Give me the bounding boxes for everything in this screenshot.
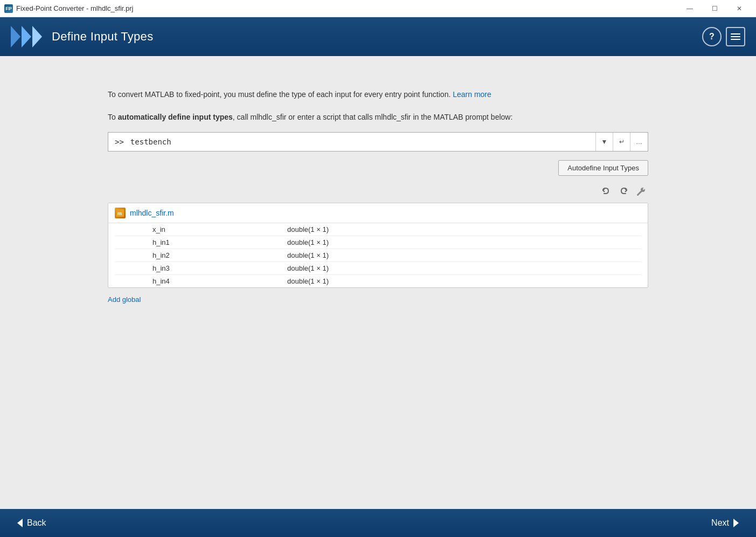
- menu-line-1: [731, 33, 740, 35]
- window-title: Fixed-Point Converter - mlhdlc_sfir.prj: [16, 4, 133, 12]
- title-bar-controls: — ☐ ✕: [677, 0, 752, 17]
- function-filename: mlhdlc_sfir.m: [130, 209, 174, 217]
- table-row: x_in double(1 × 1): [115, 223, 641, 236]
- param-type: double(1 × 1): [287, 277, 329, 285]
- menu-line-2: [731, 36, 740, 37]
- param-name: h_in2: [147, 251, 287, 259]
- desc2-prefix: To: [108, 113, 118, 121]
- table-row: h_in2 double(1 × 1): [115, 249, 641, 262]
- desc2-suffix: , call mlhdlc_sfir or enter a script tha…: [233, 113, 512, 121]
- description-paragraph-2: To automatically define input types, cal…: [108, 111, 648, 123]
- back-arrow-icon: [17, 519, 23, 527]
- minimize-button[interactable]: —: [677, 0, 702, 17]
- menu-line-3: [731, 39, 740, 40]
- undo-button[interactable]: [599, 184, 614, 199]
- next-arrow-icon: [733, 519, 739, 527]
- prompt-browse-button[interactable]: …: [630, 133, 648, 151]
- help-button[interactable]: ?: [702, 27, 722, 46]
- page-title: Define Input Types: [52, 30, 153, 44]
- title-bar: FP Fixed-Point Converter - mlhdlc_sfir.p…: [0, 0, 756, 17]
- bottom-nav: Back Next: [0, 509, 756, 537]
- maximize-button[interactable]: ☐: [702, 0, 727, 17]
- redo-button[interactable]: [616, 184, 631, 199]
- prompt-controls: ▼ ↵ …: [595, 133, 648, 151]
- title-bar-left: FP Fixed-Point Converter - mlhdlc_sfir.p…: [4, 4, 133, 13]
- next-label: Next: [711, 518, 729, 528]
- prompt-enter-button[interactable]: ↵: [613, 133, 630, 151]
- header-bar: Define Input Types ?: [0, 17, 756, 56]
- table-row: h_in3 double(1 × 1): [115, 262, 641, 275]
- back-label: Back: [27, 518, 46, 528]
- param-type: double(1 × 1): [287, 238, 329, 246]
- next-button[interactable]: Next: [705, 514, 745, 532]
- matlab-prompt-container: >> ▼ ↵ …: [108, 132, 648, 152]
- matlab-prompt-input[interactable]: [130, 133, 595, 151]
- svg-point-0: [637, 194, 639, 195]
- param-type: double(1 × 1): [287, 225, 329, 233]
- table-row: h_in1 double(1 × 1): [115, 236, 641, 249]
- arrow3: [32, 26, 42, 47]
- param-name: h_in3: [147, 264, 287, 272]
- main-content: To convert MATLAB to fixed-point, you mu…: [0, 56, 756, 509]
- header-left: Define Input Types: [11, 26, 153, 47]
- learn-more-link[interactable]: Learn more: [453, 90, 491, 99]
- autodefine-button[interactable]: Autodefine Input Types: [558, 160, 648, 176]
- param-type: double(1 × 1): [287, 264, 329, 272]
- param-rows-container: x_in double(1 × 1) h_in1 double(1 × 1) h…: [108, 223, 648, 287]
- description-paragraph-1: To convert MATLAB to fixed-point, you mu…: [108, 88, 648, 100]
- wrench-icon: [635, 187, 646, 197]
- param-name: h_in4: [147, 277, 287, 285]
- add-global-link[interactable]: Add global: [108, 295, 141, 304]
- app-icon: FP: [4, 4, 13, 13]
- header-right: ?: [702, 27, 745, 46]
- toolbar-row: [108, 184, 648, 199]
- function-file-icon: m: [115, 208, 126, 218]
- function-header: m mlhdlc_sfir.m: [108, 203, 648, 223]
- arrow2: [22, 26, 31, 47]
- settings-button[interactable]: [633, 184, 648, 199]
- param-name: x_in: [147, 225, 287, 233]
- prompt-prefix: >>: [108, 137, 130, 146]
- description-text-1: To convert MATLAB to fixed-point, you mu…: [108, 90, 450, 99]
- close-button[interactable]: ✕: [727, 0, 752, 17]
- redo-icon: [618, 187, 629, 197]
- param-name: h_in1: [147, 238, 287, 246]
- desc2-bold: automatically define input types: [118, 113, 233, 121]
- undo-icon: [601, 187, 612, 197]
- param-type: double(1 × 1): [287, 251, 329, 259]
- matlab-file-icon-svg: m: [116, 209, 124, 217]
- back-button[interactable]: Back: [11, 514, 53, 532]
- menu-button[interactable]: [726, 27, 745, 46]
- svg-text:m: m: [117, 211, 122, 216]
- wizard-arrows-icon: [11, 26, 43, 47]
- table-row: h_in4 double(1 × 1): [115, 275, 641, 287]
- autodefine-row: Autodefine Input Types: [108, 160, 648, 176]
- prompt-dropdown-button[interactable]: ▼: [596, 133, 613, 151]
- function-table-container: m mlhdlc_sfir.m x_in double(1 × 1) h_in1…: [108, 203, 648, 288]
- arrow1: [11, 26, 20, 47]
